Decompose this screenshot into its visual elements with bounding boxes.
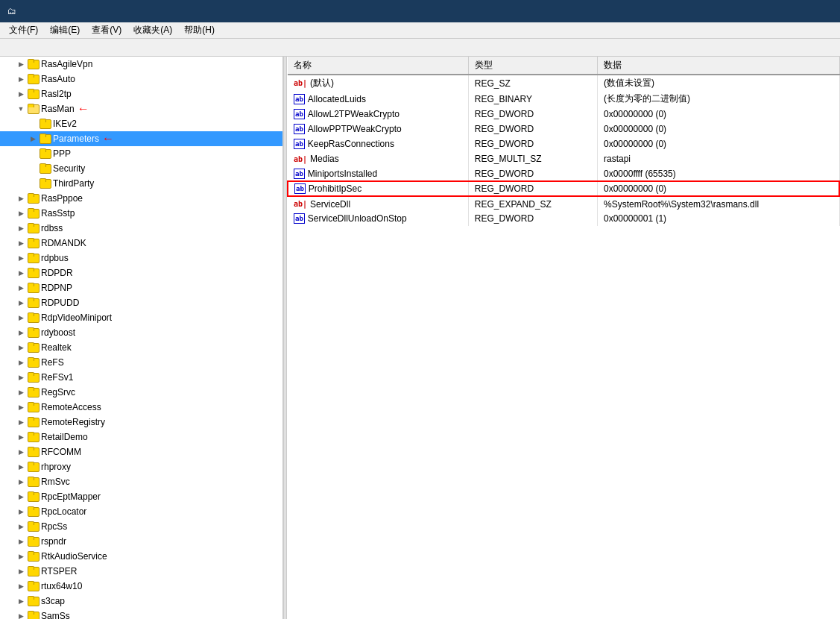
table-row-allocatedluids[interactable]: abAllocatedLuidsREG_BINARY(长度为零的二进制值) [288, 91, 839, 107]
expand-btn-rpceptmapper[interactable] [15, 491, 27, 503]
menu-favorites[interactable]: 收藏夹(A) [127, 22, 178, 38]
menu-help[interactable]: 帮助(H) [178, 22, 221, 38]
tree-item-rasstp[interactable]: RasSstp [0, 206, 282, 221]
expand-btn-rfcomm[interactable] [15, 446, 27, 458]
tree-item-rdpvideominiport[interactable]: RdpVideoMiniport [0, 310, 282, 325]
tree-item-rpcss[interactable]: RpcSs [0, 519, 282, 534]
tree-item-ppp[interactable]: PPP [0, 146, 282, 161]
folder-icon-remoteregistry [27, 417, 39, 427]
tree-item-rspndr[interactable]: rspndr [0, 534, 282, 549]
tree-item-rdyboost[interactable]: rdyboost [0, 325, 282, 340]
menu-view[interactable]: 查看(V) [86, 22, 127, 38]
reg-icon-servicedllunloadonstop: ab [294, 213, 305, 224]
tree-item-refsv1[interactable]: ReFSv1 [0, 370, 282, 385]
expand-btn-realtek[interactable] [15, 342, 27, 354]
expand-btn-s3cap[interactable] [15, 595, 27, 607]
expand-btn-rdpbus[interactable] [15, 252, 27, 264]
tree-item-rpclocator[interactable]: RpcLocator [0, 504, 282, 519]
expand-btn-rtsper[interactable] [15, 565, 27, 577]
expand-btn-parameters[interactable] [27, 133, 39, 145]
expand-btn-refsv1[interactable] [15, 371, 27, 383]
table-row-servicedll[interactable]: ab|ServiceDllREG_EXPAND_SZ%SystemRoot%\S… [288, 196, 839, 211]
tree-item-rdpdr[interactable]: RDPDR [0, 265, 282, 280]
table-row-miniportsinstalled[interactable]: abMiniportsInstalledREG_DWORD0x0000ffff … [288, 166, 839, 181]
registry-values-panel: 名称 类型 数据 ab|(默认)REG_SZ(数值未设置)abAllocated… [287, 57, 840, 619]
expand-btn-rasstp[interactable] [15, 207, 27, 219]
close-button[interactable] [800, 0, 834, 22]
maximize-button[interactable] [765, 0, 800, 22]
expand-btn-remoteregistry[interactable] [15, 416, 27, 428]
tree-item-rasl2tp[interactable]: Rasl2tp [0, 87, 282, 101]
tree-item-rmsvc[interactable]: RmSvc [0, 474, 282, 489]
col-header-name: 名称 [288, 57, 468, 75]
tree-item-ikev2[interactable]: IKEv2 [0, 116, 282, 131]
expand-btn-samss[interactable] [15, 610, 27, 619]
tree-item-rpceptmapper[interactable]: RpcEptMapper [0, 489, 282, 504]
expand-btn-rpclocator[interactable] [15, 506, 27, 518]
expand-btn-refs[interactable] [15, 356, 27, 368]
expand-btn-rasauto[interactable] [15, 73, 27, 85]
expand-btn-rspndr[interactable] [15, 535, 27, 547]
tree-label-s3cap: s3cap [41, 596, 65, 606]
table-row-keeprasconnections[interactable]: abKeepRasConnectionsREG_DWORD0x00000000 … [288, 136, 839, 151]
expand-btn-rtkaudioservice[interactable] [15, 550, 27, 562]
tree-item-raspppoe[interactable]: RasPppoe [0, 191, 282, 206]
tree-item-samss[interactable]: SamSs [0, 609, 282, 619]
table-row-allowl2tpweakcrypto[interactable]: abAllowL2TPWeakCryptoREG_DWORD0x00000000… [288, 107, 839, 122]
table-row-default[interactable]: ab|(默认)REG_SZ(数值未设置) [288, 75, 839, 91]
tree-item-thirdparty[interactable]: ThirdParty [0, 176, 282, 191]
table-row-servicedllunloadonstop[interactable]: abServiceDllUnloadOnStopREG_DWORD0x00000… [288, 211, 839, 226]
expand-btn-remoteaccess[interactable] [15, 401, 27, 413]
table-row-prohibitipsec[interactable]: abProhibitIpSecREG_DWORD0x00000000 (0) [288, 181, 839, 196]
tree-item-rtkaudioservice[interactable]: RtkAudioService [0, 549, 282, 564]
tree-item-parameters[interactable]: Parameters← [0, 131, 282, 146]
cell-data-prohibitipsec: 0x00000000 (0) [598, 181, 839, 196]
table-row-medias[interactable]: ab|MediasREG_MULTI_SZrastapi [288, 151, 839, 166]
tree-item-remoteregistry[interactable]: RemoteRegistry [0, 415, 282, 430]
tree-item-security[interactable]: Security [0, 161, 282, 176]
expand-btn-rmsvc[interactable] [15, 476, 27, 488]
tree-item-remoteaccess[interactable]: RemoteAccess [0, 400, 282, 415]
tree-item-rdpudd[interactable]: RDPUDD [0, 295, 282, 310]
expand-btn-rdpudd[interactable] [15, 297, 27, 309]
expand-btn-raspppoe[interactable] [15, 192, 27, 204]
expand-btn-rdpvideominiport[interactable] [15, 312, 27, 324]
expand-btn-rasagilevpn[interactable] [15, 58, 27, 70]
reg-icon-servicedll: ab| [294, 200, 307, 208]
tree-item-regsrvc[interactable]: RegSrvc [0, 385, 282, 400]
tree-item-retaildemo[interactable]: RetailDemo [0, 430, 282, 444]
tree-item-refs[interactable]: ReFS [0, 355, 282, 370]
expand-btn-rpcss[interactable] [15, 521, 27, 532]
expand-btn-rdyboost[interactable] [15, 327, 27, 339]
tree-item-s3cap[interactable]: s3cap [0, 594, 282, 609]
cell-data-medias: rastapi [598, 151, 839, 166]
expand-btn-retaildemo[interactable] [15, 431, 27, 443]
tree-item-rhproxy[interactable]: rhproxy [0, 459, 282, 474]
expand-btn-rhproxy[interactable] [15, 461, 27, 473]
tree-item-rfcomm[interactable]: RFCOMM [0, 444, 282, 459]
tree-item-rdpbus[interactable]: rdpbus [0, 251, 282, 265]
minimize-button[interactable] [731, 0, 765, 22]
expand-btn-rdpnp[interactable] [15, 282, 27, 294]
expand-btn-rtux64w10[interactable] [15, 580, 27, 592]
tree-item-realtek[interactable]: Realtek [0, 340, 282, 355]
expand-btn-rdmandk[interactable] [15, 237, 27, 249]
expand-btn-regsrvc[interactable] [15, 386, 27, 398]
expand-btn-rasl2tp[interactable] [15, 88, 27, 100]
tree-item-rdbss[interactable]: rdbss [0, 221, 282, 236]
expand-btn-rasman[interactable] [15, 103, 27, 115]
tree-label-samss: SamSs [41, 611, 70, 619]
menu-file[interactable]: 文件(F) [3, 22, 44, 38]
tree-item-rasauto[interactable]: RasAuto [0, 72, 282, 87]
expand-btn-rdbss[interactable] [15, 222, 27, 234]
table-row-allowpptpweakcrypto[interactable]: abAllowPPTPWeakCryptoREG_DWORD0x00000000… [288, 122, 839, 136]
tree-item-rasman[interactable]: RasMan← [0, 101, 282, 116]
tree-item-rdpnp[interactable]: RDPNP [0, 280, 282, 295]
tree-item-rdmandk[interactable]: RDMANDK [0, 236, 282, 251]
tree-item-rtux64w10[interactable]: rtux64w10 [0, 579, 282, 594]
menu-edit[interactable]: 编辑(E) [44, 22, 86, 38]
tree-item-rtsper[interactable]: RTSPER [0, 564, 282, 579]
registry-tree[interactable]: RasAgileVpnRasAutoRasl2tpRasMan←IKEv2Par… [0, 57, 283, 619]
expand-btn-rdpdr[interactable] [15, 267, 27, 279]
tree-item-rasagilevpn[interactable]: RasAgileVpn [0, 57, 282, 72]
